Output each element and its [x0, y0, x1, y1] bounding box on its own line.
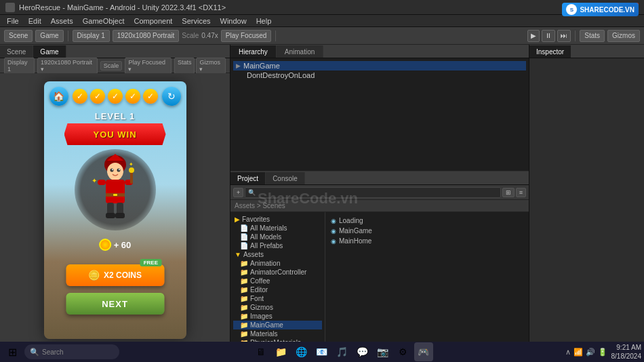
stars-row: ✓ ✓ ✓ ✓ ✓: [73, 89, 158, 104]
scene-maingame[interactable]: ◉ MainGame: [329, 226, 525, 235]
tab-scene[interactable]: Scene: [0, 45, 33, 58]
pause-button[interactable]: ⏸: [542, 30, 555, 42]
tab-hierarchy[interactable]: Hierarchy: [230, 45, 277, 58]
menu-assets[interactable]: Assets: [47, 16, 77, 26]
gt-display[interactable]: Display 1: [4, 58, 35, 74]
taskbar-app-8[interactable]: ⚙: [394, 342, 413, 361]
gizmos-label: Gizmos: [250, 304, 273, 311]
animation-folder[interactable]: 📁 Animation: [233, 259, 322, 268]
gt-scale[interactable]: Scale: [100, 61, 123, 71]
stats-button[interactable]: Stats: [580, 30, 605, 42]
hier-dontdestroy[interactable]: DontDestroyOnLoad: [241, 71, 526, 80]
gt-stats[interactable]: Stats: [174, 58, 195, 74]
maingame-icon: 📁: [240, 321, 248, 329]
project-area: Project Console + 🔍 ⊞ ≡ Assets > Scenes: [230, 171, 529, 347]
resolution-label: 1920x1080 Portrait: [117, 32, 175, 39]
resolution-button[interactable]: 1920x1080 Portrait: [113, 30, 180, 42]
gizmos-folder[interactable]: 📁 Gizmos: [233, 303, 322, 312]
play-focused-button[interactable]: Play Focused: [221, 30, 272, 42]
next-label: NEXT: [102, 299, 128, 309]
gt-right: Stats Gizmos ▾: [174, 58, 226, 74]
materials-folder[interactable]: 📁 Materials: [233, 329, 322, 338]
refresh-button[interactable]: ↻: [162, 87, 181, 106]
tray-battery-icon[interactable]: 🔋: [598, 348, 607, 357]
windows-logo-icon: ⊞: [8, 346, 17, 359]
game-button[interactable]: Game: [35, 30, 63, 42]
logo-text: SHARECODE.VN: [580, 6, 635, 14]
tray-wifi-icon[interactable]: 📶: [573, 348, 583, 357]
taskbar-app-unity[interactable]: 🎮: [414, 342, 433, 361]
coffee-folder[interactable]: 📁 Coffee: [233, 277, 322, 285]
step-icon: ⏭: [561, 32, 567, 39]
animctrl-folder[interactable]: 📁 AnimatorController: [233, 268, 322, 277]
menu-component[interactable]: Component: [129, 16, 176, 26]
middle-panel: Hierarchy Animation ▶ MainGame DontDestr…: [230, 45, 529, 347]
level-label: LEVEL 1: [44, 111, 186, 121]
home-button[interactable]: 🏠: [49, 87, 68, 106]
tab-animation[interactable]: Animation: [277, 45, 323, 58]
tray-up-icon[interactable]: ∧: [565, 348, 571, 357]
proj-icon-btn[interactable]: ⊞: [502, 188, 515, 197]
scene-mainhome[interactable]: ◉ MainHome: [329, 237, 525, 245]
logo-badge: S SHARECODE.VN: [562, 3, 639, 16]
taskbar-app-1[interactable]: 🖥: [251, 342, 270, 361]
tab-game[interactable]: Game: [33, 45, 66, 58]
taskbar-app-2[interactable]: 📁: [272, 342, 291, 361]
svg-point-6: [118, 169, 119, 170]
taskbar-app-6[interactable]: 💬: [353, 342, 372, 361]
you-win-text: YOU WIN: [93, 129, 136, 140]
editor-folder[interactable]: 📁 Editor: [233, 285, 322, 294]
menu-gameobject[interactable]: GameObject: [79, 16, 129, 26]
scene-button[interactable]: Scene: [4, 30, 33, 42]
assets-folder[interactable]: ▼ Assets: [233, 250, 322, 259]
clock[interactable]: 9:21 AM 8/18/2024: [611, 343, 642, 361]
favorites-folder[interactable]: ▶ Favorites: [233, 215, 322, 224]
taskbar: ⊞ 🔍 Search 🖥 📁 🌐 📧 🎵 💬 📷 ⚙ 🎮 ∧ 📶 🔊 🔋 9:2…: [0, 342, 644, 362]
gizmos-icon: 📁: [240, 304, 248, 311]
font-folder[interactable]: 📁 Font: [233, 294, 322, 303]
proj-add-btn[interactable]: +: [233, 188, 243, 197]
start-button[interactable]: ⊞: [3, 344, 22, 359]
game-ui: 🏠 ✓ ✓ ✓ ✓ ✓ ↻ LEVEL 1 YOU WIN: [44, 81, 186, 339]
menu-window[interactable]: Window: [216, 16, 251, 26]
project-search[interactable]: 🔍: [245, 187, 500, 198]
display-button[interactable]: Display 1: [73, 30, 110, 42]
all-materials[interactable]: 📄 All Materials: [233, 224, 322, 233]
sep1: [68, 31, 68, 41]
play-button[interactable]: ▶: [527, 30, 540, 42]
gt-resolution[interactable]: 1920x1080 Portrait ▾: [37, 58, 98, 74]
proj-list-btn[interactable]: ≡: [516, 188, 526, 197]
menu-help[interactable]: Help: [252, 16, 276, 26]
taskbar-search[interactable]: 🔍 Search: [24, 344, 119, 359]
favorites-label: Favorites: [242, 216, 270, 223]
menu-bar: File Edit Assets GameObject Component Se…: [0, 15, 644, 27]
scene-loading[interactable]: ◉ Loading: [329, 216, 525, 225]
menu-services[interactable]: Services: [178, 16, 214, 26]
breadcrumb-text: Assets > Scenes: [235, 202, 285, 209]
menu-file[interactable]: File: [3, 16, 23, 26]
svg-rect-7: [106, 180, 125, 203]
hier-maingame[interactable]: ▶ MainGame: [233, 61, 526, 71]
maingame-folder[interactable]: 📁 MainGame: [233, 321, 322, 329]
all-models[interactable]: 📄 All Models: [233, 233, 322, 241]
gizmos-button[interactable]: Gizmos: [607, 30, 640, 42]
tray-volume-icon[interactable]: 🔊: [586, 348, 595, 357]
tab-project[interactable]: Project: [230, 172, 266, 184]
taskbar-app-4[interactable]: 📧: [313, 342, 331, 361]
character-sprite: ✦ ✦: [88, 153, 142, 227]
x2-coins-button[interactable]: FREE 🪙 X2 COINS: [66, 264, 164, 286]
favorites-icon: ▶: [235, 216, 240, 223]
images-folder[interactable]: 📁 Images: [233, 312, 322, 321]
next-button[interactable]: NEXT: [66, 293, 164, 315]
taskbar-app-3[interactable]: 🌐: [292, 342, 311, 361]
tab-inspector[interactable]: Inspector: [529, 45, 571, 58]
star-3: ✓: [108, 89, 123, 104]
menu-edit[interactable]: Edit: [24, 16, 45, 26]
all-prefabs[interactable]: 📄 All Prefabs: [233, 241, 322, 250]
step-button[interactable]: ⏭: [557, 30, 571, 42]
taskbar-app-7[interactable]: 📷: [374, 342, 393, 361]
gt-gizmos[interactable]: Gizmos ▾: [196, 58, 226, 74]
taskbar-app-5[interactable]: 🎵: [333, 342, 352, 361]
gt-play-focused[interactable]: Play Focused ▾: [125, 58, 172, 74]
tab-console[interactable]: Console: [266, 172, 305, 184]
